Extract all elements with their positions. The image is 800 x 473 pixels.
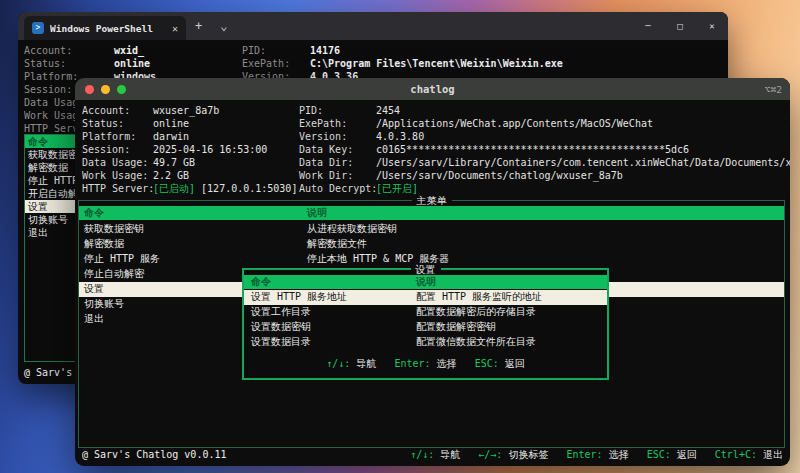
- wt-info-row: Status: online ExePath: C:\Program Files…: [24, 57, 728, 70]
- key-hint: Enter:: [566, 449, 602, 460]
- key-hint: Ctrl+C:: [715, 449, 757, 460]
- menu-cmd: 停止 HTTP 服务: [84, 252, 160, 265]
- menu-desc: 配置 HTTP 服务监听的地址: [416, 290, 542, 303]
- menu-desc: 配置数据解密后的存储目录: [416, 305, 536, 318]
- info-label: PID:: [299, 104, 323, 117]
- menu-desc: 配置数据解密密钥: [416, 320, 496, 333]
- key-hint-label: 选择: [437, 358, 457, 369]
- settings-item[interactable]: 设置数据密钥 配置数据解密密钥: [244, 320, 607, 335]
- info-row: Data Usage: 49.7 GB Data Dir: /Users/sar…: [82, 156, 790, 169]
- info-value: 2.2 GB: [153, 169, 189, 182]
- close-icon[interactable]: ✕: [696, 12, 728, 40]
- menu-desc: 配置微信数据文件所在目录: [416, 335, 536, 348]
- key-hint: ESC:: [647, 449, 671, 460]
- statusbar-keyboard-hints: ↑/↓: 导航 ←/→: 切换标签 Enter: 选择 ESC: 返回 Ctrl…: [398, 448, 783, 461]
- info-label: Platform:: [24, 70, 78, 83]
- column-header-desc: 说明: [307, 206, 327, 219]
- traffic-lights: [85, 85, 126, 94]
- key-hint-label: 返回: [505, 358, 525, 369]
- http-address: [127.0.0.1:5030]: [201, 183, 297, 194]
- settings-dialog: 设置 命令 说明 设置 HTTP 服务地址 配置 HTTP 服务监听的地址 设置…: [242, 268, 609, 380]
- column-header-desc: 说明: [416, 275, 436, 288]
- menu-item[interactable]: 解密数据 解密数据文件: [79, 237, 784, 252]
- info-label: Account:: [82, 104, 130, 117]
- dialog-keyboard-hints: ↑/↓: 导航 Enter: 选择 ESC: 返回: [244, 357, 607, 370]
- info-label: Data Usage:: [82, 156, 148, 169]
- settings-header: 命令 说明: [244, 275, 607, 289]
- status-bar: @ Sarv's Chatlog v0.0.11 ↑/↓: 导航 ←/→: 切换…: [82, 448, 783, 461]
- info-value: online: [153, 117, 189, 130]
- key-hint-label: 导航: [356, 358, 376, 369]
- close-traffic-light[interactable]: [85, 85, 94, 94]
- key-hint-label: 切换标签: [508, 449, 548, 460]
- menu-cmd: 设置数据目录: [251, 335, 311, 348]
- window-title: chatlog: [75, 83, 790, 95]
- menu-desc: 从进程获取数据密钥: [307, 222, 397, 235]
- menu-cmd: 设置 HTTP 服务地址: [251, 290, 347, 303]
- key-hint: ↑/↓:: [326, 358, 350, 369]
- info-label: Auto Decrypt:: [299, 182, 377, 195]
- info-value: darwin: [153, 130, 189, 143]
- key-hint-label: 选择: [609, 449, 629, 460]
- info-value: 49.7 GB: [153, 156, 195, 169]
- info-label: Status:: [82, 117, 124, 130]
- info-value: /Users/sarv/Library/Containers/com.tence…: [376, 156, 790, 169]
- info-label: PID:: [242, 44, 266, 57]
- menu-cmd: 解密数据: [84, 237, 124, 250]
- tab-close-icon[interactable]: ✕: [172, 23, 178, 34]
- info-value: /Applications/WeChat.app/Contents/MacOS/…: [376, 117, 653, 130]
- info-value: c0165***********************************…: [376, 143, 689, 156]
- info-row: Session: 2025-04-16 16:53:00 Data Key: c…: [82, 143, 790, 156]
- menu-cmd: 设置工作目录: [251, 305, 311, 318]
- info-row: Account: wxuser_8a7b PID: 2454: [82, 104, 790, 117]
- zoom-traffic-light[interactable]: [117, 85, 126, 94]
- windows-terminal-titlebar[interactable]: > Windows PowerShell ✕ + ⌄ ─ □ ✕: [18, 12, 728, 40]
- menu-cmd: 设置数据密钥: [251, 320, 311, 333]
- settings-item[interactable]: 设置工作目录 配置数据解密后的存储目录: [244, 305, 607, 320]
- info-label: Data Key:: [299, 143, 353, 156]
- info-value: online: [114, 57, 150, 70]
- info-value: 2025-04-16 16:53:00: [153, 143, 267, 156]
- info-row: Status: online ExePath: /Applications/We…: [82, 117, 790, 130]
- info-label: ExePath:: [299, 117, 347, 130]
- menu-cmd: 切换账号: [84, 297, 124, 310]
- info-label: HTTP Server:: [82, 182, 154, 195]
- info-value-http-server: [已启动] [127.0.0.1:5030]: [153, 182, 297, 195]
- menu-cmd: 退出: [84, 312, 104, 325]
- settings-item-selected[interactable]: 设置 HTTP 服务地址 配置 HTTP 服务监听的地址: [244, 290, 607, 305]
- info-row: Platform: darwin Version: 4.0.3.80: [82, 130, 790, 143]
- window-shortcut-badge: ⌥⌘2: [765, 84, 782, 95]
- info-value: /Users/sarv/Documents/chatlog/wxuser_8a7…: [376, 169, 623, 182]
- info-row: Work Usage: 2.2 GB Work Dir: /Users/sarv…: [82, 169, 790, 182]
- info-value: wxuser_8a7b: [153, 104, 219, 117]
- wt-info-row: Account: wxid_ PID: 14176: [24, 44, 728, 57]
- info-label: ExePath:: [242, 57, 290, 70]
- info-label: Session:: [24, 83, 72, 96]
- info-label: Version:: [299, 130, 347, 143]
- info-label: Status:: [24, 57, 66, 70]
- tab-windows-powershell[interactable]: > Windows PowerShell ✕: [24, 16, 186, 40]
- info-label: Data Dir:: [299, 156, 353, 169]
- menu-cmd: 设置: [84, 282, 104, 295]
- menu-item[interactable]: 获取数据密钥 从进程获取数据密钥: [79, 222, 784, 237]
- chatlog-titlebar[interactable]: chatlog ⌥⌘2: [75, 78, 790, 100]
- menu-desc: 解密数据文件: [307, 237, 367, 250]
- chatlog-window: chatlog ⌥⌘2 Account: wxuser_8a7b PID: 24…: [75, 78, 790, 466]
- app-version-text: @ Sarv's Chatlog v0.0.11: [82, 448, 227, 461]
- maximize-icon[interactable]: □: [664, 12, 696, 40]
- tab-dropdown-icon[interactable]: ⌄: [211, 19, 236, 33]
- info-value: wxid_: [114, 44, 144, 57]
- minimize-traffic-light[interactable]: [101, 85, 110, 94]
- column-header-command: 命令: [84, 206, 104, 219]
- new-tab-icon[interactable]: +: [186, 19, 211, 33]
- chatlog-content: Account: wxuser_8a7b PID: 2454 Status: o…: [75, 100, 790, 466]
- chatlog-info-panel: Account: wxuser_8a7b PID: 2454 Status: o…: [82, 104, 790, 195]
- key-hint-label: 导航: [440, 449, 460, 460]
- info-label: Work Usage:: [82, 169, 148, 182]
- minimize-icon[interactable]: ─: [632, 12, 664, 40]
- settings-item[interactable]: 设置数据目录 配置微信数据文件所在目录: [244, 335, 607, 350]
- info-value: 2454: [376, 104, 400, 117]
- info-label: Platform:: [82, 130, 136, 143]
- key-hint: ESC:: [475, 358, 499, 369]
- info-value: C:\Program Files\Tencent\Weixin\Weixin.e…: [310, 57, 563, 70]
